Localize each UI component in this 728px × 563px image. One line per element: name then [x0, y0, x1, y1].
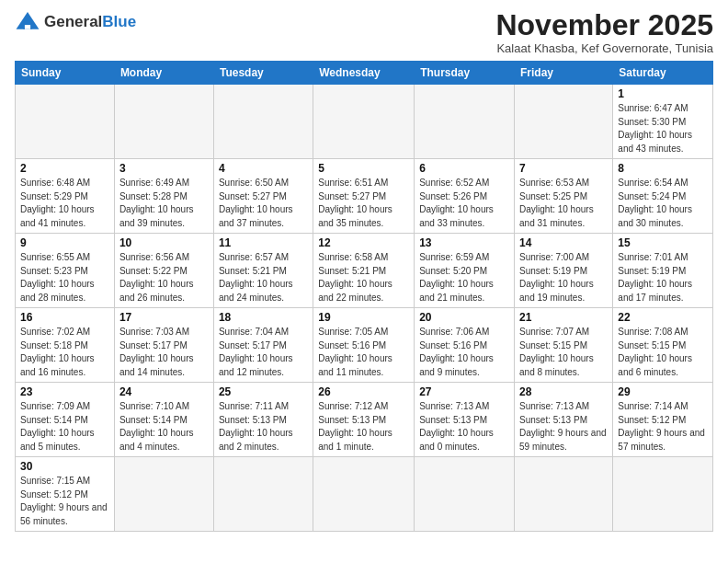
day-info: Sunrise: 7:13 AM Sunset: 5:13 PM Dayligh…: [519, 400, 608, 454]
calendar-cell: 1Sunrise: 6:47 AM Sunset: 5:30 PM Daylig…: [613, 85, 713, 159]
day-number: 26: [318, 385, 409, 398]
calendar-cell: 7Sunrise: 6:53 AM Sunset: 5:25 PM Daylig…: [515, 159, 613, 234]
week-row-0: 1Sunrise: 6:47 AM Sunset: 5:30 PM Daylig…: [16, 85, 713, 159]
calendar-cell: [114, 85, 213, 159]
day-number: 19: [318, 311, 409, 324]
calendar-cell: 27Sunrise: 7:13 AM Sunset: 5:13 PM Dayli…: [415, 383, 515, 457]
day-info: Sunrise: 6:51 AM Sunset: 5:27 PM Dayligh…: [318, 177, 409, 230]
day-number: 20: [419, 311, 509, 324]
calendar-cell: 5Sunrise: 6:51 AM Sunset: 5:27 PM Daylig…: [313, 159, 415, 234]
day-info: Sunrise: 7:03 AM Sunset: 5:17 PM Dayligh…: [119, 326, 209, 379]
calendar-cell: 21Sunrise: 7:07 AM Sunset: 5:15 PM Dayli…: [515, 308, 613, 383]
calendar-cell: 3Sunrise: 6:49 AM Sunset: 5:28 PM Daylig…: [114, 159, 213, 234]
day-number: 5: [318, 162, 409, 175]
col-header-monday: Monday: [114, 62, 213, 85]
calendar-cell: [613, 457, 713, 532]
day-number: 16: [20, 311, 109, 324]
calendar-cell: 12Sunrise: 6:58 AM Sunset: 5:21 PM Dayli…: [313, 234, 415, 308]
calendar-cell: 19Sunrise: 7:05 AM Sunset: 5:16 PM Dayli…: [313, 308, 415, 383]
day-info: Sunrise: 6:55 AM Sunset: 5:23 PM Dayligh…: [20, 251, 109, 304]
calendar-cell: 29Sunrise: 7:14 AM Sunset: 5:12 PM Dayli…: [613, 383, 713, 457]
svg-rect-3: [25, 25, 30, 29]
calendar-cell: 16Sunrise: 7:02 AM Sunset: 5:18 PM Dayli…: [16, 308, 115, 383]
day-number: 7: [519, 162, 608, 175]
day-number: 21: [519, 311, 608, 324]
day-number: 6: [419, 162, 509, 175]
day-info: Sunrise: 7:04 AM Sunset: 5:17 PM Dayligh…: [219, 326, 308, 379]
calendar-cell: 22Sunrise: 7:08 AM Sunset: 5:15 PM Dayli…: [613, 308, 713, 383]
day-number: 8: [618, 162, 708, 175]
calendar-cell: 15Sunrise: 7:01 AM Sunset: 5:19 PM Dayli…: [613, 234, 713, 308]
day-info: Sunrise: 7:14 AM Sunset: 5:12 PM Dayligh…: [618, 400, 708, 454]
week-row-3: 16Sunrise: 7:02 AM Sunset: 5:18 PM Dayli…: [16, 308, 713, 383]
calendar-cell: 4Sunrise: 6:50 AM Sunset: 5:27 PM Daylig…: [213, 159, 313, 234]
day-number: 22: [618, 311, 708, 324]
week-row-5: 30Sunrise: 7:15 AM Sunset: 5:12 PM Dayli…: [16, 457, 713, 532]
day-info: Sunrise: 7:08 AM Sunset: 5:15 PM Dayligh…: [618, 326, 708, 379]
col-header-tuesday: Tuesday: [213, 62, 313, 85]
day-info: Sunrise: 6:53 AM Sunset: 5:25 PM Dayligh…: [519, 177, 608, 230]
calendar-cell: 28Sunrise: 7:13 AM Sunset: 5:13 PM Dayli…: [515, 383, 613, 457]
day-info: Sunrise: 6:54 AM Sunset: 5:24 PM Dayligh…: [618, 177, 708, 230]
calendar-cell: 9Sunrise: 6:55 AM Sunset: 5:23 PM Daylig…: [16, 234, 115, 308]
day-info: Sunrise: 7:00 AM Sunset: 5:19 PM Dayligh…: [519, 251, 608, 304]
day-number: 12: [318, 236, 409, 249]
day-info: Sunrise: 6:59 AM Sunset: 5:20 PM Dayligh…: [419, 251, 509, 304]
day-info: Sunrise: 7:07 AM Sunset: 5:15 PM Dayligh…: [519, 326, 608, 379]
day-info: Sunrise: 6:56 AM Sunset: 5:22 PM Dayligh…: [119, 251, 209, 304]
calendar-cell: 11Sunrise: 6:57 AM Sunset: 5:21 PM Dayli…: [213, 234, 313, 308]
title-block: November 2025 Kalaat Khasba, Kef Governo…: [495, 9, 713, 55]
calendar-cell: 17Sunrise: 7:03 AM Sunset: 5:17 PM Dayli…: [114, 308, 213, 383]
col-header-saturday: Saturday: [613, 62, 713, 85]
calendar-cell: [415, 85, 515, 159]
calendar-cell: 13Sunrise: 6:59 AM Sunset: 5:20 PM Dayli…: [415, 234, 515, 308]
calendar-cell: [114, 457, 213, 532]
location-subtitle: Kalaat Khasba, Kef Governorate, Tunisia: [495, 41, 713, 55]
day-number: 27: [419, 385, 509, 398]
calendar-cell: 18Sunrise: 7:04 AM Sunset: 5:17 PM Dayli…: [213, 308, 313, 383]
day-number: 1: [618, 87, 708, 100]
calendar-cell: 10Sunrise: 6:56 AM Sunset: 5:22 PM Dayli…: [114, 234, 213, 308]
col-header-wednesday: Wednesday: [313, 62, 415, 85]
day-number: 3: [119, 162, 209, 175]
day-number: 30: [20, 460, 109, 473]
day-info: Sunrise: 7:12 AM Sunset: 5:13 PM Dayligh…: [318, 400, 409, 454]
day-info: Sunrise: 6:49 AM Sunset: 5:28 PM Dayligh…: [119, 177, 209, 230]
day-info: Sunrise: 7:01 AM Sunset: 5:19 PM Dayligh…: [618, 251, 708, 304]
day-number: 25: [219, 385, 308, 398]
day-number: 15: [618, 236, 708, 249]
day-number: 18: [219, 311, 308, 324]
calendar-cell: 20Sunrise: 7:06 AM Sunset: 5:16 PM Dayli…: [415, 308, 515, 383]
calendar-cell: 25Sunrise: 7:11 AM Sunset: 5:13 PM Dayli…: [213, 383, 313, 457]
calendar-table: SundayMondayTuesdayWednesdayThursdayFrid…: [15, 61, 713, 532]
day-number: 24: [119, 385, 209, 398]
day-info: Sunrise: 7:06 AM Sunset: 5:16 PM Dayligh…: [419, 326, 509, 379]
day-number: 10: [119, 236, 209, 249]
day-info: Sunrise: 7:02 AM Sunset: 5:18 PM Dayligh…: [20, 326, 109, 379]
day-info: Sunrise: 6:48 AM Sunset: 5:29 PM Dayligh…: [20, 177, 109, 230]
calendar-cell: [415, 457, 515, 532]
day-info: Sunrise: 7:09 AM Sunset: 5:14 PM Dayligh…: [20, 400, 109, 454]
day-number: 4: [219, 162, 308, 175]
month-title: November 2025: [495, 9, 713, 41]
logo-icon: [15, 9, 40, 35]
week-row-4: 23Sunrise: 7:09 AM Sunset: 5:14 PM Dayli…: [16, 383, 713, 457]
day-info: Sunrise: 7:10 AM Sunset: 5:14 PM Dayligh…: [119, 400, 209, 454]
calendar-cell: [313, 85, 415, 159]
logo: GeneralBlue: [15, 9, 136, 35]
header: GeneralBlue November 2025 Kalaat Khasba,…: [15, 9, 713, 55]
calendar-header-row: SundayMondayTuesdayWednesdayThursdayFrid…: [16, 62, 713, 85]
calendar-cell: [515, 457, 613, 532]
calendar-cell: [213, 85, 313, 159]
calendar-cell: 14Sunrise: 7:00 AM Sunset: 5:19 PM Dayli…: [515, 234, 613, 308]
day-info: Sunrise: 6:58 AM Sunset: 5:21 PM Dayligh…: [318, 251, 409, 304]
calendar-cell: 2Sunrise: 6:48 AM Sunset: 5:29 PM Daylig…: [16, 159, 115, 234]
day-number: 28: [519, 385, 608, 398]
day-info: Sunrise: 7:05 AM Sunset: 5:16 PM Dayligh…: [318, 326, 409, 379]
calendar-cell: [16, 85, 115, 159]
calendar-cell: 24Sunrise: 7:10 AM Sunset: 5:14 PM Dayli…: [114, 383, 213, 457]
day-info: Sunrise: 7:13 AM Sunset: 5:13 PM Dayligh…: [419, 400, 509, 454]
calendar-cell: 6Sunrise: 6:52 AM Sunset: 5:26 PM Daylig…: [415, 159, 515, 234]
day-number: 29: [618, 385, 708, 398]
day-number: 23: [20, 385, 109, 398]
